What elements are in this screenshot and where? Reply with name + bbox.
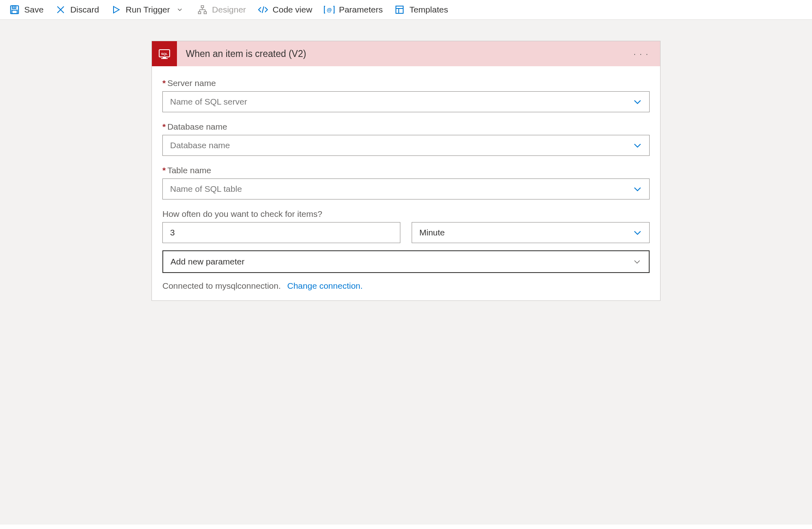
field-server-name: * Server name: [162, 78, 650, 112]
svg-text:SQL: SQL: [161, 52, 168, 56]
designer-button: Designer: [197, 4, 246, 15]
discard-button[interactable]: Discard: [55, 4, 99, 15]
save-icon: [9, 4, 20, 15]
table-name-combo[interactable]: [162, 178, 650, 199]
chevron-down-icon: [174, 4, 185, 15]
code-view-label: Code view: [273, 5, 312, 15]
frequency-value[interactable]: [170, 228, 394, 237]
designer-icon: [197, 4, 208, 15]
field-table-name: * Table name: [162, 166, 650, 199]
change-connection-link[interactable]: Change connection.: [287, 281, 363, 291]
svg-marker-6: [114, 6, 119, 13]
connection-status: Connected to mysqlconnection.: [162, 281, 281, 291]
code-icon: [257, 4, 269, 15]
parameters-label: Parameters: [339, 5, 383, 15]
svg-rect-16: [396, 6, 403, 13]
svg-text:@: @: [327, 7, 332, 13]
table-name-input[interactable]: [170, 184, 631, 194]
frequency-unit-combo[interactable]: Minute: [412, 222, 650, 243]
svg-rect-7: [201, 6, 204, 8]
required-asterisk: *: [162, 122, 166, 132]
frequency-label: How often do you want to check for items…: [162, 209, 650, 219]
server-name-input[interactable]: [170, 97, 631, 107]
code-view-button[interactable]: Code view: [257, 4, 312, 15]
required-asterisk: *: [162, 166, 166, 175]
add-parameter-combo[interactable]: Add new parameter: [162, 250, 650, 273]
add-parameter-label: Add new parameter: [170, 257, 631, 267]
table-name-label: * Table name: [162, 166, 650, 175]
parameters-icon: @: [324, 4, 335, 15]
trigger-card: SQL When an item is created (V2) · · · *…: [151, 41, 661, 301]
canvas: SQL When an item is created (V2) · · · *…: [0, 20, 812, 525]
frequency-value-input[interactable]: [162, 222, 400, 243]
templates-button[interactable]: Templates: [394, 4, 448, 15]
database-name-input[interactable]: [170, 141, 631, 150]
chevron-down-icon[interactable]: [631, 139, 644, 151]
discard-icon: [55, 4, 66, 15]
svg-rect-20: [163, 57, 166, 58]
save-button[interactable]: Save: [9, 4, 44, 15]
chevron-down-icon[interactable]: [631, 256, 643, 268]
database-name-label: * Database name: [162, 122, 650, 132]
database-name-combo[interactable]: [162, 135, 650, 156]
server-name-label: * Server name: [162, 78, 650, 88]
templates-icon: [394, 4, 405, 15]
svg-line-14: [262, 6, 264, 13]
field-database-name: * Database name: [162, 122, 650, 156]
run-trigger-button[interactable]: Run Trigger: [110, 4, 185, 15]
save-label: Save: [24, 5, 44, 15]
templates-label: Templates: [409, 5, 448, 15]
parameters-button[interactable]: @ Parameters: [324, 4, 383, 15]
card-title: When an item is created (V2): [177, 48, 622, 59]
card-header[interactable]: SQL When an item is created (V2) · · ·: [152, 41, 660, 66]
field-frequency: How often do you want to check for items…: [162, 209, 650, 243]
svg-rect-9: [204, 12, 206, 14]
toolbar: Save Discard Run Trigger: [0, 0, 812, 20]
discard-label: Discard: [70, 5, 99, 15]
designer-label: Designer: [212, 5, 246, 15]
card-more-button[interactable]: · · ·: [622, 49, 660, 59]
chevron-down-icon[interactable]: [631, 227, 644, 239]
svg-rect-21: [161, 58, 168, 59]
chevron-down-icon[interactable]: [631, 96, 644, 108]
connection-footer: Connected to mysqlconnection. Change con…: [162, 273, 650, 291]
card-body: * Server name * Database name: [152, 66, 660, 300]
server-name-combo[interactable]: [162, 91, 650, 112]
play-icon: [110, 4, 122, 15]
frequency-unit-value: Minute: [419, 228, 631, 237]
svg-rect-8: [198, 12, 201, 14]
required-asterisk: *: [162, 78, 166, 88]
svg-rect-2: [12, 10, 17, 14]
run-trigger-label: Run Trigger: [126, 5, 170, 15]
chevron-down-icon[interactable]: [631, 183, 644, 195]
sql-connector-icon: SQL: [152, 41, 177, 66]
